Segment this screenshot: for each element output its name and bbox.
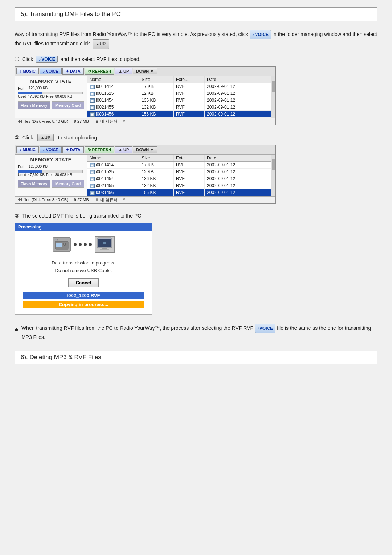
file-manager-2: ♪ MUSIC ♪ VOICE ✦ DATA ↻ REFRESH ▲ UP DO… bbox=[15, 145, 276, 204]
fm2-memory-bar-bg bbox=[18, 170, 83, 173]
file-name-cell: ▣i0021455 bbox=[87, 104, 139, 110]
fm1-scrollbar[interactable] bbox=[271, 76, 275, 118]
fm2-used-value: 47,392 KB bbox=[28, 173, 45, 177]
fm1-resize-handle: // bbox=[123, 119, 125, 123]
bullet-note: ● When transmitting RVF files from the P… bbox=[15, 324, 377, 342]
table-row[interactable]: ▣i0011525 12 KB RVF 2002-09-01 12... bbox=[87, 168, 271, 175]
table-row[interactable]: ▣i0011414 17 KB RVF 2002-09-01 12... bbox=[87, 161, 271, 168]
fm1-free-value: 80,608 KB bbox=[55, 94, 72, 98]
fm1-data-btn[interactable]: ✦ DATA bbox=[62, 68, 84, 75]
music-note-icon2: ♪ bbox=[38, 57, 41, 62]
table-row[interactable]: ▣i0011414 17 KB RVF 2002-09-01 12... bbox=[87, 83, 271, 90]
up-label-step2: UP bbox=[44, 135, 50, 140]
file-manager-1: ♪ MUSIC ♪ VOICE ✦ DATA ↻ REFRESH ▲ UP DO… bbox=[15, 66, 276, 125]
fm2-up-btn[interactable]: ▲ UP bbox=[115, 146, 132, 153]
dot4 bbox=[89, 243, 92, 246]
table-row[interactable]: ▣i0021455 132 KB RVF 2002-09-01 12... bbox=[87, 182, 271, 189]
voice-label-inline1: VOICE bbox=[255, 31, 269, 38]
step3-row: ③ The selected DMF File is being transmi… bbox=[15, 212, 377, 219]
fm2-scrollbar[interactable] bbox=[271, 155, 275, 196]
processing-dialog: Processing bbox=[15, 223, 152, 315]
fm2-free-value: 80,608 KB bbox=[55, 173, 72, 177]
step1-text2: and then select RVF files to upload. bbox=[61, 56, 141, 62]
fm1-flash-memory-btn[interactable]: Flash Memory bbox=[18, 101, 50, 109]
section6-header: 6). Deleting MP3 & RVF Files bbox=[15, 351, 377, 364]
fm1-music-label: MUSIC bbox=[23, 69, 36, 73]
up-button-inline1[interactable]: ▲ UP bbox=[93, 39, 109, 49]
file-date-cell: 2002-09-01 12... bbox=[205, 168, 271, 175]
table-row[interactable]: ▣i0011454 136 KB RVF 2002-09-01 12... bbox=[87, 175, 271, 182]
fm2-flash-memory-btn[interactable]: Flash Memory bbox=[18, 180, 50, 188]
fm1-refresh-btn[interactable]: ↻ REFRESH bbox=[85, 68, 115, 75]
cancel-button[interactable]: Cancel bbox=[68, 278, 99, 287]
fm2-card-label: Memory Card bbox=[55, 182, 81, 186]
fm2-up-label: UP bbox=[123, 147, 129, 152]
fm1-voice-label: VOICE bbox=[46, 69, 58, 73]
fm2-data-btn[interactable]: ✦ DATA bbox=[62, 146, 84, 153]
processing-body: Data transmission in progress. Do not re… bbox=[15, 231, 152, 314]
fm2-scroll-thumb[interactable] bbox=[272, 159, 275, 170]
fm2-data-label: DATA bbox=[70, 147, 81, 152]
fm1-up-btn[interactable]: ▲ UP bbox=[115, 68, 132, 74]
fm1-flash-label: Flash Memory bbox=[21, 103, 48, 108]
table-row[interactable]: ▣i0021455 132 KB RVF 2002-09-01 12... bbox=[87, 104, 271, 110]
transfer-text2: Do not remove USB Cable. bbox=[23, 268, 144, 273]
fm2-memory-card-btn[interactable]: Memory Card bbox=[52, 180, 85, 188]
fm1-up-label: UP bbox=[123, 69, 129, 73]
fm2-computer-label: 내 컴퓨터 bbox=[100, 197, 117, 203]
dot3 bbox=[84, 243, 87, 246]
step2-num: ② bbox=[15, 134, 19, 141]
fm2-music-btn[interactable]: ♪ MUSIC bbox=[16, 146, 39, 153]
fm2-voice-btn[interactable]: ♪ VOICE bbox=[40, 146, 62, 153]
voice-button-bullet[interactable]: ♪ VOICE bbox=[255, 324, 275, 333]
file-icon: ▣ bbox=[90, 105, 95, 110]
voice-label-step1: VOICE bbox=[41, 57, 55, 62]
fm2-refresh-btn[interactable]: ↻ REFRESH bbox=[85, 146, 115, 153]
file-date-cell: 2002-09-01 12... bbox=[205, 97, 271, 104]
table-row[interactable]: ▣i0011454 136 KB RVF 2002-09-01 12... bbox=[87, 97, 271, 104]
fm1-down-btn[interactable]: DOWN ▼ bbox=[133, 68, 157, 74]
file-name-cell: ▣i0011525 bbox=[87, 90, 139, 97]
fm1-used-label: Used bbox=[18, 94, 26, 98]
fm2-full-value: 128,000 KB bbox=[29, 165, 48, 169]
file-ext-cell: RVF bbox=[174, 161, 205, 168]
fm2-used-row: Used 47,392 KB Free 80,608 KB bbox=[18, 173, 84, 177]
copying-bar: Copying in progress... bbox=[23, 301, 144, 308]
fm2-resize-handle: // bbox=[123, 198, 125, 202]
fm1-memory-buttons: Flash Memory Memory Card bbox=[18, 101, 84, 109]
computer-icon-glyph: 🖥 bbox=[95, 119, 99, 123]
file-name-cell: ▣i0011454 bbox=[87, 97, 139, 104]
fm1-voice-btn[interactable]: ♪ VOICE bbox=[40, 68, 62, 74]
fm1-memory-bar-fill bbox=[18, 92, 42, 94]
fm2-full-label: Full bbox=[18, 165, 29, 169]
bullet-rvf-text: RVF bbox=[243, 325, 255, 331]
file-size-cell: 136 KB bbox=[139, 97, 174, 104]
table-row[interactable]: ▣i0031456 156 KB RVF 2002-09-01 12... bbox=[87, 189, 271, 196]
svg-point-3 bbox=[64, 243, 65, 245]
fm1-memory-bar-bg bbox=[18, 92, 83, 94]
fm1-file-list-wrapper: Name Size Exte... Date ▣i0011414 17 KB R… bbox=[87, 76, 275, 118]
file-name-cell: ▣i0011525 bbox=[87, 168, 139, 175]
file-ext-cell: RVF bbox=[174, 97, 205, 104]
table-row[interactable]: ▣i0011525 12 KB RVF 2002-09-01 12... bbox=[87, 90, 271, 97]
fm1-scroll-thumb[interactable] bbox=[272, 81, 275, 92]
file-ext-cell: RVF bbox=[174, 175, 205, 182]
step1-row: ① Click ♪ VOICE and then select RVF file… bbox=[15, 56, 377, 63]
fm1-file-count: 44 files (Disk Free: 8.40 GB) bbox=[18, 119, 68, 123]
table-row[interactable]: ▣i0031456 156 KB RVF 2002-09-01 12... bbox=[87, 110, 271, 117]
bullet-note-content: When transmitting RVF files from the PC … bbox=[21, 324, 377, 342]
up-arrow-icon3: ▲ bbox=[118, 147, 122, 152]
computer-icon-glyph2: 🖥 bbox=[95, 198, 99, 202]
voice-button-step1[interactable]: ♪ VOICE bbox=[36, 56, 57, 63]
transfer-animation bbox=[23, 236, 144, 253]
fm2-refresh-label: REFRESH bbox=[92, 147, 111, 152]
step2-row: ② Click ▲ UP to start uploading. bbox=[15, 134, 377, 141]
voice-button-inline1[interactable]: ♪ VOICE bbox=[250, 30, 271, 39]
fm1-music-btn[interactable]: ♪ MUSIC bbox=[16, 68, 39, 74]
fm2-down-btn[interactable]: DOWN ▼ bbox=[133, 146, 157, 153]
up-button-step2[interactable]: ▲ UP bbox=[37, 134, 54, 141]
fm2-col-name: Name bbox=[87, 155, 139, 162]
fm1-memory-card-btn[interactable]: Memory Card bbox=[52, 101, 85, 109]
svg-rect-9 bbox=[103, 242, 106, 244]
music-icon4: ♪ bbox=[43, 69, 45, 73]
